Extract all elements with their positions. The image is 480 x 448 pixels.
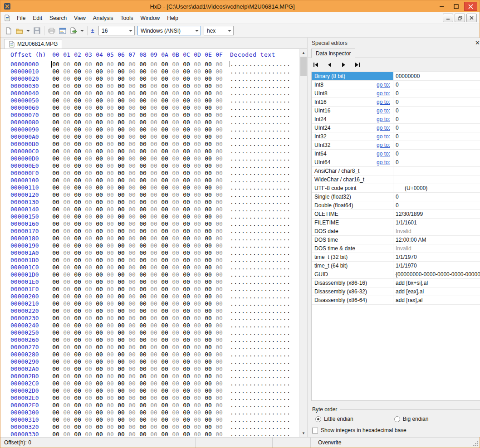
hex-byte-cell[interactable]: 00 (170, 68, 181, 75)
hex-byte-cell[interactable]: 00 (192, 148, 203, 155)
hex-byte-cell[interactable]: 00 (61, 177, 72, 184)
hex-byte-cell[interactable]: 00 (83, 83, 94, 90)
hex-byte-cell[interactable]: 00 (61, 431, 72, 437)
inspector-row[interactable]: FILETIME1/1/1601 (312, 219, 480, 227)
inspector-row-value[interactable]: (U+0000) (393, 184, 480, 192)
hex-byte-cell[interactable]: 00 (214, 380, 225, 387)
hex-decoded-text[interactable]: ................ (230, 112, 290, 118)
hex-byte-cell[interactable]: 00 (105, 336, 116, 344)
hex-byte-cell[interactable]: 00 (181, 344, 192, 351)
hex-byte-cell[interactable]: 00 (127, 394, 137, 402)
hex-byte-cell[interactable]: 00 (203, 409, 214, 416)
hex-decoded-text[interactable]: ................ (230, 387, 290, 394)
hex-byte-cell[interactable]: 00 (94, 242, 105, 249)
inspector-row-value[interactable]: 0 (393, 107, 480, 115)
hex-byte-cell[interactable]: 00 (214, 315, 225, 322)
inspector-row-value[interactable]: Invalid (393, 227, 480, 235)
hex-byte-cell[interactable]: 00 (148, 365, 159, 373)
hex-byte-cell[interactable]: 00 (72, 315, 83, 322)
hex-byte-cell[interactable]: 00 (94, 228, 105, 235)
hex-byte-cell[interactable]: 00 (127, 322, 137, 329)
radio-big-endian[interactable]: Big endian (394, 416, 429, 422)
bytes-per-row-combo[interactable]: 16 (98, 26, 135, 35)
hex-byte-cell[interactable]: 00 (137, 286, 148, 293)
hex-byte-cell[interactable]: 00 (170, 424, 181, 431)
hex-byte-cell[interactable]: 00 (72, 119, 83, 126)
hex-byte-cell[interactable]: 00 (214, 351, 225, 358)
hex-byte-cell[interactable]: 00 (94, 133, 105, 141)
hex-byte-cell[interactable]: 00 (203, 184, 214, 191)
hex-byte-cell[interactable]: 00 (105, 322, 116, 329)
hex-byte-cell[interactable]: 00 (127, 235, 137, 242)
hex-byte-cell[interactable]: 00 (203, 278, 214, 286)
hex-byte-cell[interactable]: 00 (72, 394, 83, 402)
hex-byte-cell[interactable]: 00 (214, 90, 225, 97)
hex-byte-cell[interactable]: 00 (170, 184, 181, 191)
hex-byte-cell[interactable]: 00 (116, 264, 127, 271)
hex-byte-cell[interactable]: 00 (50, 75, 61, 83)
hex-byte-cell[interactable]: 00 (116, 126, 127, 133)
hex-byte-cell[interactable]: 00 (203, 133, 214, 141)
hex-byte-cell[interactable]: 00 (105, 286, 116, 293)
hex-byte-cell[interactable]: 00 (50, 119, 61, 126)
hex-byte-cell[interactable]: 00 (203, 191, 214, 199)
tab-data-inspector[interactable]: Data inspector (311, 49, 355, 58)
hex-byte-cell[interactable]: 00 (105, 278, 116, 286)
hex-byte-cell[interactable]: 00 (137, 112, 148, 119)
hex-byte-cell[interactable]: 00 (83, 155, 94, 162)
hex-byte-cell[interactable]: 00 (72, 300, 83, 307)
hex-byte-cell[interactable]: 00 (170, 242, 181, 249)
hex-decoded-text[interactable]: ................ (230, 155, 290, 162)
hex-byte-cell[interactable]: 00 (159, 61, 170, 68)
hex-byte-cell[interactable]: 00 (72, 213, 83, 220)
inspector-row-label[interactable]: Disassembly (x86-64) (312, 296, 393, 304)
hex-byte-cell[interactable]: 00 (127, 315, 137, 322)
hex-byte-cell[interactable]: 00 (94, 177, 105, 184)
hex-byte-cell[interactable]: 00 (159, 380, 170, 387)
hex-byte-cell[interactable]: 00 (94, 83, 105, 90)
hex-byte-cell[interactable]: 00 (127, 199, 137, 206)
hex-byte-cell[interactable]: 00 (72, 206, 83, 213)
hex-byte-cell[interactable]: 00 (214, 416, 225, 424)
inspector-row-label[interactable]: UInt16go to: (312, 107, 393, 115)
hex-byte-cell[interactable]: 00 (83, 315, 94, 322)
hex-byte-cell[interactable]: 00 (105, 199, 116, 206)
hex-byte-cell[interactable]: 00 (203, 249, 214, 257)
hex-byte-cell[interactable]: 00 (72, 387, 83, 394)
goto-link[interactable]: go to: (377, 90, 390, 97)
hex-byte-cell[interactable]: 00 (170, 307, 181, 315)
hex-byte-cell[interactable]: 00 (203, 242, 214, 249)
hex-byte-cell[interactable]: 00 (159, 365, 170, 373)
hex-byte-cell[interactable]: 00 (116, 431, 127, 437)
hex-byte-cell[interactable]: 00 (192, 199, 203, 206)
hex-byte-cell[interactable]: 00 (72, 112, 83, 119)
hex-byte-cell[interactable]: 00 (127, 264, 137, 271)
hex-byte-cell[interactable]: 00 (159, 155, 170, 162)
hex-byte-cell[interactable]: 00 (214, 286, 225, 293)
hex-byte-cell[interactable]: 00 (72, 344, 83, 351)
hex-byte-cell[interactable]: 00 (203, 83, 214, 90)
hex-decoded-text[interactable]: ................ (230, 322, 290, 329)
goto-link[interactable]: go to: (377, 142, 390, 148)
inspector-row[interactable]: AnsiChar / char8_t (312, 167, 480, 175)
hex-byte-cell[interactable]: 00 (214, 126, 225, 133)
hex-byte-cell[interactable]: 00 (214, 387, 225, 394)
hex-byte-cell[interactable]: 00 (105, 75, 116, 83)
hex-byte-cell[interactable]: 00 (72, 235, 83, 242)
bytes-per-row-button[interactable]: ± (89, 25, 96, 36)
hex-byte-cell[interactable]: 00 (83, 213, 94, 220)
hex-byte-cell[interactable]: 00 (181, 170, 192, 177)
hex-byte-cell[interactable]: 00 (192, 220, 203, 228)
hex-byte-cell[interactable]: 00 (148, 141, 159, 148)
encoding-combo[interactable]: Windows (ANSI) (137, 26, 201, 35)
hex-byte-cell[interactable]: 00 (50, 112, 61, 119)
hex-byte-cell[interactable]: 00 (94, 249, 105, 257)
hex-byte-cell[interactable]: 00 (50, 336, 61, 344)
hex-byte-cell[interactable]: 00 (116, 365, 127, 373)
hex-byte-cell[interactable]: 00 (214, 184, 225, 191)
hex-decoded-text[interactable]: ................ (230, 249, 290, 256)
menu-item-help[interactable]: Help (163, 12, 182, 24)
hex-byte-cell[interactable]: 00 (127, 104, 137, 112)
hex-byte-cell[interactable]: 00 (192, 286, 203, 293)
hex-decoded-text[interactable]: ................ (230, 162, 290, 169)
